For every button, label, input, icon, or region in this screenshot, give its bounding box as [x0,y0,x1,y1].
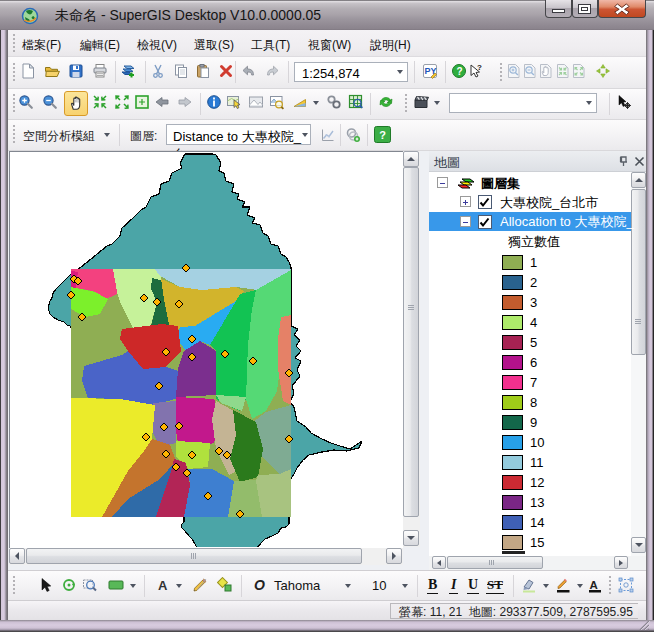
svg-text:A: A [158,578,168,593]
svg-text:?: ? [379,129,386,141]
svg-text:?: ? [456,66,462,77]
svg-text:A: A [590,579,598,591]
svg-text:?: ? [477,63,482,72]
svg-text:O: O [254,577,265,593]
